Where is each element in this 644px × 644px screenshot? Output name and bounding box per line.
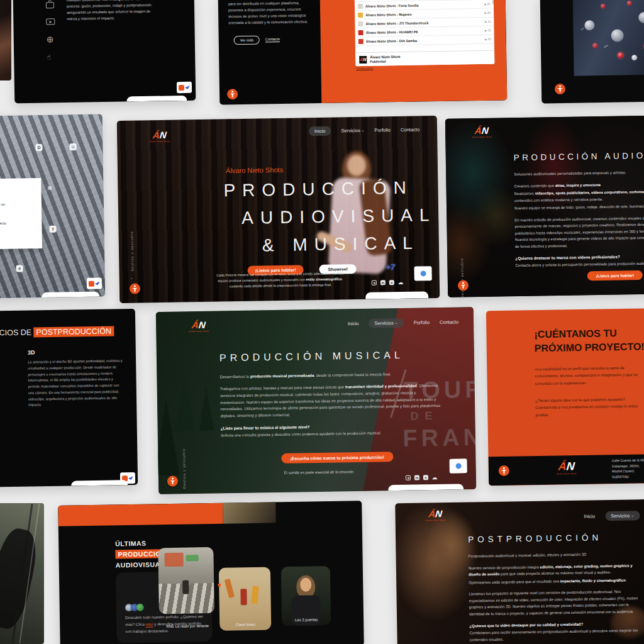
musical-sub: Solicita una consulta gratuita y descubr… [221,429,447,439]
plus7-overlay: +7 [386,262,395,272]
top-orange-bar [58,503,223,526]
cookie-bar[interactable] [388,484,464,491]
latest-title-line1: ÚLTIMAS [115,540,147,548]
accessibility-button[interactable] [167,475,178,486]
cookie-bar[interactable] [71,480,128,486]
phone-number[interactable]: 918597082 [612,474,644,479]
recaptcha-badge[interactable] [414,266,431,280]
hashtag-icon: # [16,265,23,272]
project-card-clarel[interactable]: Clarel loves [219,567,272,631]
scrollbar[interactable] [492,0,494,4]
linkedin-icon[interactable]: in [380,280,386,285]
recaptcha-badge[interactable] [87,277,102,289]
address-line: Calle Cuesta de la Mina, 10 [612,458,644,462]
nav-porfolio[interactable]: Porfolio [375,127,391,133]
audiovisual-question: ¿Quieres destacar tu marca con vídeos pr… [515,253,644,260]
soundcloud-icon[interactable]: ☁ [432,475,437,480]
audiovisual-title: PRODUCCIÓN AUDIOVISUAL [514,150,644,162]
app-icon: D [35,144,42,151]
contacto-link[interactable]: Contacto [265,37,280,41]
cookie-bar[interactable] [365,291,428,299]
mixer-label: CH [580,27,584,31]
section-3d-title: 3D [28,349,35,355]
recaptcha-badge[interactable] [177,82,192,93]
audiovisual-p1: Soluciones audiovisuales personalizadas … [514,169,644,177]
recaptcha-logo-icon [89,280,94,286]
flag-icon [128,476,133,480]
instagram-icon[interactable] [372,280,377,286]
cookie-bar[interactable] [42,292,99,297]
soundcloud-icon[interactable]: ☁ [398,280,403,285]
nav-contacto[interactable]: Contacto [401,126,419,132]
cta-hablar-button[interactable]: ¡Listos para hablar! [587,270,643,280]
vimeo-icon[interactable]: v [423,475,428,480]
site-logo[interactable]: ÁN Álvaro Nieto Shots [189,320,209,333]
cookie-bar[interactable] [126,96,187,102]
social-icons: in v ☁ [372,280,403,286]
channel-subtitle: Publicidad [370,59,400,64]
flag-icon [185,86,190,89]
film-ticket-icon: ▶ [46,18,55,25]
nav-contacto[interactable]: Contacto [440,319,458,325]
playlist-row[interactable]: Álvaro Nieto Shots - DIA Samba32 [355,35,494,46]
camera-bag-icon [46,2,54,8]
nav-inicio[interactable]: Inicio [348,321,359,326]
site-logo[interactable]: ÁN Álvaro Nieto Shots [150,130,170,143]
aqui-link[interactable]: aquí [145,622,153,626]
tile-city: # f ≋ ∷ D el material en un herramientas… [0,114,105,298]
audiovisual-p4: Nuestro equipo se encarga de todo: guion… [514,203,644,211]
channel-name[interactable]: Álvaro Nieto Shots [370,55,400,59]
info-card-line: de cada proyecto. [0,221,42,226]
postproduction-title: POSTPRODUCCIÓN [468,532,643,544]
audiovisual-p3: Realizamos videoclips, spots publicitari… [514,188,644,204]
hero-title-line1: PRODUCCIÓN [223,178,413,201]
instagram-icon[interactable] [406,475,411,480]
accessibility-button[interactable] [227,89,238,99]
site-logo[interactable]: ÁN Álvaro Nieto Shots [425,509,445,521]
nav-porfolio[interactable]: Porfolio [414,319,430,325]
accessibility-button[interactable] [130,283,140,294]
tile-musical: TOUR DE FRAN ÁN Álvaro Nieto Shots Inici… [156,307,476,494]
musical-p1: Desarrollamos tu producción musical pers… [219,370,446,380]
cta-escucha-button[interactable]: ¡Escucha cómo suena tu próxima producció… [281,452,393,464]
tile-postproduction: ÁN Álvaro Nieto Shots Inicio Servicios P… [395,499,644,644]
nav-servicios[interactable]: Servicios [605,511,640,521]
recaptcha-badge[interactable] [449,458,467,473]
main-nav: Inicio Servicios Porfolio Contacto [348,317,458,328]
client-avatar [136,604,144,611]
collage-canvas: ▶ ⊕ ☝ cualquier plataforma. Nos encargam… [0,0,644,644]
contact-footer: ÁN Álvaro Nieto Shots Calle Cuesta de la… [488,454,644,486]
video-thumbnail [358,12,363,17]
nav-inicio[interactable]: Inicio [584,513,596,519]
recaptcha-logo-icon [455,463,461,469]
nav-inicio[interactable]: Inicio [309,126,331,136]
accessibility-button[interactable] [555,84,565,94]
services-title: SERVICIOS DE POSTPRODUCCIÓN [0,326,114,337]
accessibility-button[interactable] [499,465,509,476]
nav-servicios[interactable]: Servicios [341,128,364,134]
recaptcha-logo-icon [420,270,426,276]
hero-title-line3: & MUSICAL [262,233,419,255]
info-card-line: herramientas [0,211,42,216]
privacy-policy-link[interactable]: Privacy policy [356,67,373,70]
chevron-down-icon: ⌄ [130,275,133,280]
audiovisual-sub: Contacta ahora y solicita tu presupuesto… [515,260,644,269]
ver-mas-button[interactable]: Ver más [234,36,260,45]
hero-title-line2: AUDIOVISUAL [242,205,436,228]
project-card-rne[interactable] [158,547,214,614]
video-thumbnail [358,21,363,26]
mixer-label: PAN [603,44,608,48]
site-logo[interactable]: ÁN Álvaro Nieto Shots [557,460,577,475]
playlist-card: TSE-YANG 24 Álvaro Nieto Shots - Tse Yan… [354,0,494,66]
info-card: el material en un herramientas de cada p… [0,178,42,250]
nav-servicios[interactable]: Servicios [369,318,403,328]
main-nav: Inicio Servicios Porfolio Contacto [309,125,419,136]
vimeo-icon[interactable]: v [389,280,394,285]
site-logo[interactable]: ÁN Álvaro Nieto Shots [472,126,492,138]
top-photo-fragment [223,502,276,523]
slider-dot[interactable] [218,584,221,587]
project-caption-puertas: Las 3 puertas [282,618,331,622]
project-card-puertas[interactable]: Las 3 puertas [281,566,331,626]
linkedin-icon[interactable]: in [414,475,419,480]
person-photo-sliver [0,0,11,80]
